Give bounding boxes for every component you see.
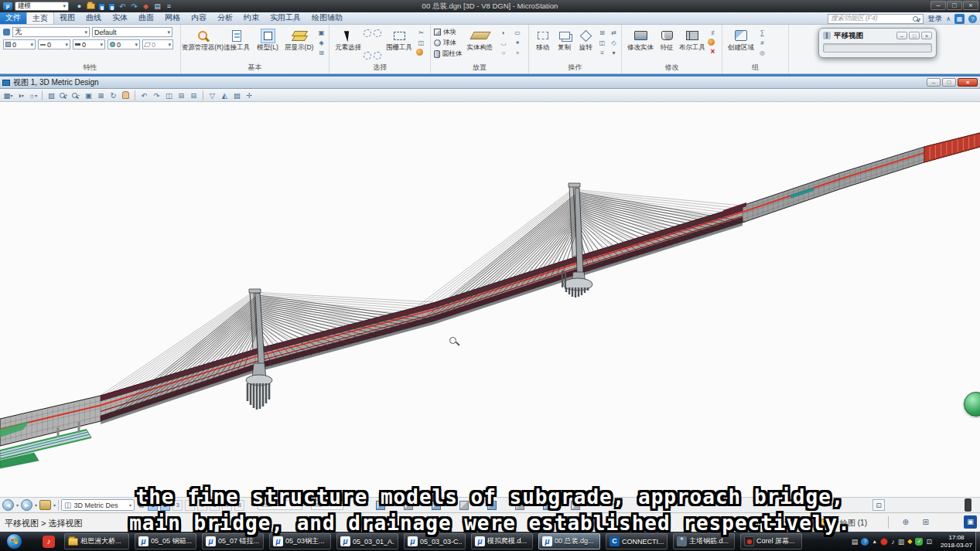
qat-more-icon[interactable]: ≡ (165, 2, 173, 11)
tab-utilities[interactable]: 实用工具 (265, 12, 306, 24)
pan-view-tool-icon[interactable] (121, 90, 131, 100)
fence-mode-icon-3[interactable] (364, 52, 371, 60)
rotate-view-icon[interactable]: ↻ (108, 90, 118, 100)
scale-icon[interactable]: ◇ (609, 39, 619, 47)
view-brightness-icon[interactable]: ☼▾ (28, 90, 38, 100)
place-star-icon[interactable]: ✶ (513, 39, 523, 47)
view-restore-button[interactable]: □ (942, 78, 956, 87)
zoom-out-icon[interactable]: − (71, 90, 81, 100)
saved-view-cube-icon-1[interactable] (376, 501, 385, 510)
view-toggle-1[interactable]: 1 (148, 500, 158, 511)
app-grid-icon[interactable]: ▦ (954, 14, 965, 24)
view-group-dropdown-icon[interactable]: ▾ (53, 502, 56, 508)
tool-settings-maximize-button[interactable]: □ (909, 32, 920, 39)
stretch-icon[interactable]: ⇄ (609, 29, 619, 37)
view-content[interactable] (0, 102, 980, 497)
forward-button[interactable]: ▶ (21, 499, 32, 511)
taskbar-item-6[interactable]: μ模拟爬模.d... (471, 533, 533, 549)
sign-in-link[interactable]: 登录 (927, 14, 942, 24)
cylinder-button[interactable]: 圆柱体 (434, 49, 463, 59)
view-close-button[interactable]: × (958, 78, 978, 87)
copy-clip-icon[interactable]: ◫ (416, 39, 426, 47)
taskbar-item-5[interactable]: μ05_03_03-C... (404, 533, 466, 549)
forward-dropdown-icon[interactable]: ▾ (35, 502, 37, 508)
tab-mesh[interactable]: 网格 (159, 12, 186, 24)
saved-view-cube-icon-8[interactable] (571, 501, 580, 510)
color-combo[interactable]: 0 (3, 39, 36, 49)
manipulate-more-icon[interactable]: ▾ (609, 49, 619, 57)
pin-icon[interactable]: ◆ (142, 2, 150, 11)
workflow-selector[interactable]: 建模 (15, 2, 69, 11)
basic-extra-icon-1[interactable]: ▣ (316, 29, 326, 37)
cut-icon[interactable]: ✂ (416, 29, 426, 37)
tray-printer-icon[interactable]: ▤ (852, 538, 859, 546)
tab-content[interactable]: 内容 (186, 12, 212, 24)
saved-view-cube-icon-4[interactable] (459, 501, 469, 510)
start-button[interactable] (6, 533, 22, 549)
place-arc-icon[interactable]: ◡ (499, 39, 509, 47)
clip-mask-icon[interactable]: ◭ (220, 90, 230, 100)
taskbar-clock[interactable]: 17:08 2018-03-07 (941, 534, 972, 549)
saved-view-cube-icon-7[interactable] (543, 501, 552, 510)
microstation-logo-icon[interactable]: µ (3, 2, 12, 10)
tray-expand-icon[interactable]: ▲ (872, 539, 877, 544)
tab-curves[interactable]: 曲线 (80, 12, 107, 24)
basic-extra-icon-3[interactable]: ⊞ (316, 49, 326, 57)
show-desktop-button[interactable] (975, 532, 980, 551)
save-icon[interactable] (98, 3, 105, 10)
status-snap-icon[interactable]: ⊞ (923, 518, 929, 526)
delete-icon[interactable]: × (708, 47, 718, 56)
tab-constraints[interactable]: 约束 (238, 12, 265, 24)
view-toggle-8[interactable]: 8 (234, 500, 244, 511)
status-corner-icon[interactable]: ▣ (964, 515, 977, 529)
undo-icon[interactable]: ↶ (118, 2, 127, 11)
view-toggle-2[interactable]: 2 (160, 500, 170, 511)
taskbar-item-rebar[interactable]: *主塔钢筋.d... (673, 533, 735, 549)
template-combo[interactable]: 无 (12, 27, 90, 37)
place-circle-icon[interactable]: ○ (499, 49, 509, 57)
taskbar-item-2[interactable]: μ05_07 锚拉... (202, 533, 264, 549)
saved-views-icon[interactable]: ▤ (232, 90, 242, 100)
view-minimize-button[interactable]: – (927, 78, 941, 87)
tray-monitor-icon[interactable]: ⊡ (926, 538, 932, 546)
array-icon[interactable]: ⊞ (597, 29, 607, 37)
view-group-icon[interactable] (39, 500, 51, 510)
close-button[interactable]: × (963, 1, 978, 10)
saved-view-cube-icon-3[interactable] (432, 501, 441, 510)
style-combo[interactable]: Default (92, 27, 172, 37)
selection-set-icon[interactable]: ⊡ (872, 499, 885, 511)
line-style-combo[interactable]: 0 (38, 39, 70, 49)
save-as-icon[interactable] (108, 3, 115, 10)
open-folder-icon[interactable] (87, 3, 95, 9)
taskbar-item-folder[interactable]: 相思洲大桥... (64, 533, 129, 549)
taskbar-item-active[interactable]: μ00 总装.dg... (538, 533, 600, 549)
hash-modify-icon[interactable]: ♯ (708, 29, 718, 37)
back-button[interactable]: ◀ (2, 499, 14, 511)
perpendicular-snap-icon[interactable]: ⊥ (821, 500, 828, 508)
basic-extra-icon-2[interactable]: ◈ (316, 39, 326, 47)
taskbar-item-corel[interactable]: Corel 屏幕... (740, 533, 802, 549)
ribbon-search-input[interactable]: 搜索功能区 (F4) ▾ (828, 14, 924, 24)
print-icon[interactable]: ▤ (153, 2, 162, 11)
fit-view-icon[interactable]: ⊞ (96, 90, 106, 100)
scrollbar-thumb[interactable] (965, 498, 971, 512)
apply-view-right-icon[interactable]: ⊟ (189, 90, 199, 100)
back-dropdown-icon[interactable]: ▾ (16, 502, 19, 508)
view-toggle-6[interactable]: 6 (210, 500, 220, 511)
minimize-button[interactable]: – (930, 1, 946, 10)
display-style-icon[interactable]: ◑▾ (15, 90, 26, 100)
arc-snap-icon[interactable]: ⌒ (806, 500, 814, 511)
taskbar-item-1[interactable]: μ05_05 钢箱... (135, 533, 196, 549)
fence-mode-icon-2[interactable] (374, 29, 381, 37)
view-titlebar[interactable]: 视图 1, 3D Metric Design – □ × (0, 77, 980, 89)
multi-view-icon[interactable]: ⧉ (138, 501, 144, 510)
place-rect-icon[interactable]: ▭ (513, 29, 523, 37)
tray-shield-icon[interactable]: ✓ (915, 538, 923, 546)
transparency-combo[interactable]: 0 (142, 39, 173, 49)
help-icon[interactable]: ? (968, 15, 977, 23)
tray-volume-icon[interactable]: ♪ (891, 538, 895, 546)
paste-icon[interactable] (416, 49, 423, 56)
place-line-icon[interactable]: ◗ (499, 29, 509, 37)
taskbar-item-connect[interactable]: CCONNECTI... (606, 533, 668, 549)
place-point-icon[interactable]: + (513, 49, 523, 57)
